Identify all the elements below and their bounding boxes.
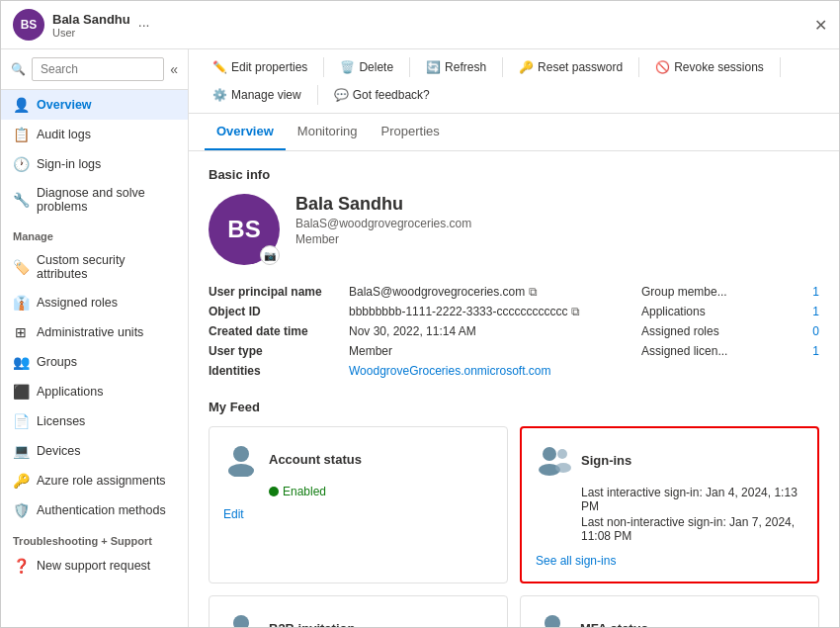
- sidebar-item-audit-logs[interactable]: 📋 Audit logs: [1, 120, 188, 149]
- svg-point-0: [233, 446, 249, 462]
- tab-properties[interactable]: Properties: [370, 114, 452, 150]
- prop-label-created: Created date time: [209, 324, 337, 338]
- stat-value-assigned-roles[interactable]: 0: [812, 324, 819, 338]
- prop-label-objectid: Object ID: [209, 305, 337, 318]
- prop-label-upn: User principal name: [209, 285, 337, 299]
- stat-label-applications: Applications: [641, 305, 706, 318]
- user-email: BalaS@woodgrovegroceries.com: [295, 217, 471, 230]
- person-badge-icon: 👔: [13, 295, 29, 311]
- user-fullname: Bala Sandhu: [295, 194, 471, 215]
- sidebar-item-admin-units[interactable]: ⊞ Administrative units: [1, 317, 188, 347]
- feedback-button[interactable]: 💬 Got feedback?: [326, 83, 438, 107]
- tabs-bar: Overview Monitoring Properties: [189, 114, 839, 151]
- search-icon: 🔍: [11, 62, 26, 76]
- reset-password-button[interactable]: 🔑 Reset password: [511, 55, 630, 79]
- sidebar-item-support[interactable]: ❓ New support request: [1, 551, 188, 581]
- title-bar-left: BS Bala Sandhu User ···: [13, 9, 149, 41]
- svg-point-8: [545, 615, 560, 627]
- apps-icon: ⬛: [13, 384, 29, 400]
- person-icon: 👤: [13, 97, 29, 113]
- prop-row-identities: Identities WoodgroveGroceries.onmicrosof…: [209, 364, 602, 378]
- identities-link[interactable]: WoodgroveGroceries.onmicrosoft.com: [349, 364, 551, 378]
- stat-row-assigned-licenses: Assigned licen... 1: [641, 344, 819, 358]
- stat-value-group-members[interactable]: 1: [812, 285, 819, 299]
- sidebar-item-diagnose[interactable]: 🔧 Diagnose and solve problems: [1, 179, 188, 221]
- avatar-small: BS: [13, 9, 44, 41]
- search-box: 🔍 «: [1, 49, 188, 90]
- basic-info-title: Basic info: [209, 167, 819, 182]
- prop-label-identities: Identities: [209, 364, 337, 378]
- card-header-mfa: MFA status: [535, 610, 804, 627]
- people-icon: 👥: [13, 354, 29, 370]
- close-button[interactable]: ✕: [814, 16, 827, 35]
- toolbar-divider-5: [780, 57, 781, 77]
- feed-grid: Account status Enabled Edit: [209, 426, 819, 627]
- sidebar-item-auth-methods[interactable]: 🛡️ Authentication methods: [1, 495, 188, 525]
- svg-point-6: [233, 615, 249, 627]
- feed-card-account-status: Account status Enabled Edit: [209, 426, 508, 583]
- sidebar-item-custom-security[interactable]: 🏷️ Custom security attributes: [1, 246, 188, 288]
- refresh-icon: 🔄: [426, 60, 441, 74]
- sidebar-item-overview[interactable]: 👤 Overview: [1, 90, 188, 120]
- card-title-account-status: Account status: [269, 452, 362, 467]
- prop-value-upn: BalaS@woodgrovegroceries.com ⧉: [349, 285, 538, 299]
- title-user-info: Bala Sandhu User: [52, 12, 130, 39]
- sign-in-non-interactive: Last non-interactive sign-in: Jan 7, 202…: [581, 515, 803, 543]
- stat-value-assigned-licenses[interactable]: 1: [812, 344, 819, 358]
- stat-value-applications[interactable]: 1: [812, 305, 819, 318]
- copy-icon-objectid[interactable]: ⧉: [571, 305, 580, 318]
- svg-point-2: [543, 447, 556, 461]
- manage-section-label: Manage: [1, 221, 188, 246]
- manage-view-button[interactable]: ⚙️ Manage view: [205, 83, 309, 107]
- chat-icon: 💬: [334, 88, 349, 102]
- key-icon: 🔑: [13, 473, 29, 489]
- help-icon: ❓: [13, 558, 29, 574]
- see-all-sign-ins-link[interactable]: See all sign-ins: [536, 554, 616, 568]
- svg-point-4: [557, 449, 567, 459]
- card-title-b2b: B2B invitation: [269, 621, 355, 628]
- prop-row-created: Created date time Nov 30, 2022, 11:14 AM: [209, 324, 602, 338]
- refresh-button[interactable]: 🔄 Refresh: [418, 55, 494, 79]
- sidebar-item-groups[interactable]: 👥 Groups: [1, 347, 188, 377]
- sidebar-item-applications[interactable]: ⬛ Applications: [1, 377, 188, 406]
- sign-in-interactive: Last interactive sign-in: Jan 4, 2024, 1…: [581, 486, 803, 513]
- title-user-name: Bala Sandhu: [52, 12, 130, 27]
- sidebar-item-sign-in-logs[interactable]: 🕐 Sign-in logs: [1, 149, 188, 179]
- account-status-edit-link[interactable]: Edit: [223, 507, 244, 521]
- title-bar: BS Bala Sandhu User ··· ✕: [1, 1, 839, 49]
- edit-properties-button[interactable]: ✏️ Edit properties: [205, 55, 315, 79]
- stat-label-assigned-roles: Assigned roles: [641, 324, 719, 338]
- title-user-role: User: [52, 27, 130, 39]
- sidebar-item-assigned-roles[interactable]: 👔 Assigned roles: [1, 288, 188, 317]
- toolbar-divider-4: [638, 57, 639, 77]
- svg-point-1: [228, 464, 254, 477]
- b2b-icon: [223, 610, 259, 627]
- toolbar-divider-6: [317, 85, 318, 105]
- sidebar-item-azure-roles[interactable]: 🔑 Azure role assignments: [1, 466, 188, 495]
- copy-icon-upn[interactable]: ⧉: [529, 285, 538, 299]
- prop-label-usertype: User type: [209, 344, 337, 358]
- properties-table: User principal name BalaS@woodgrovegroce…: [209, 285, 602, 384]
- delete-button[interactable]: 🗑️ Delete: [332, 55, 401, 79]
- card-header-sign-ins: Sign-ins: [536, 442, 803, 478]
- sidebar-item-licenses[interactable]: 📄 Licenses: [1, 406, 188, 436]
- shield-icon: 🛡️: [13, 502, 29, 518]
- stat-row-assigned-roles: Assigned roles 0: [641, 324, 819, 338]
- wrench-icon: 🔧: [13, 192, 29, 208]
- tab-overview[interactable]: Overview: [205, 114, 286, 150]
- toolbar: ✏️ Edit properties 🗑️ Delete 🔄 Refresh 🔑…: [189, 49, 839, 114]
- revoke-sessions-button[interactable]: 🚫 Revoke sessions: [647, 55, 772, 79]
- tab-monitoring[interactable]: Monitoring: [286, 114, 370, 150]
- prop-value-created: Nov 30, 2022, 11:14 AM: [349, 324, 476, 338]
- toolbar-divider-2: [409, 57, 410, 77]
- avatar-large: BS 📷: [209, 194, 280, 265]
- prop-value-usertype: Member: [349, 344, 392, 358]
- sidebar-item-devices[interactable]: 💻 Devices: [1, 436, 188, 466]
- stat-label-group-members: Group membe...: [641, 285, 727, 299]
- more-icon[interactable]: ···: [138, 17, 150, 33]
- search-input[interactable]: [32, 57, 164, 81]
- content-area: ✏️ Edit properties 🗑️ Delete 🔄 Refresh 🔑…: [189, 49, 839, 627]
- camera-icon[interactable]: 📷: [260, 245, 280, 265]
- stats-table: Group membe... 1 Applications 1 Assigned…: [641, 285, 819, 384]
- collapse-icon[interactable]: «: [170, 61, 178, 77]
